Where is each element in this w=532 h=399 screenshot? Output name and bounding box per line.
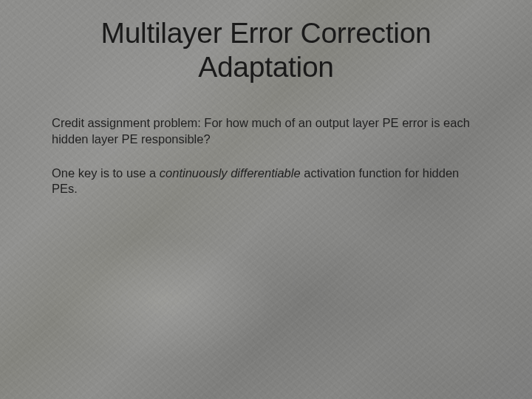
slide-title: Multilayer Error Correction Adaptation (47, 16, 485, 84)
paragraph-1: Credit assignment problem: For how much … (52, 115, 480, 148)
slide-body: Credit assignment problem: For how much … (47, 115, 485, 197)
title-line-2: Adaptation (198, 51, 334, 83)
p2-lead: One key is to use a (52, 166, 160, 180)
slide-content: Multilayer Error Correction Adaptation C… (0, 0, 532, 399)
p2-emphasis: continuously differentiable (160, 166, 301, 180)
paragraph-2: One key is to use a continuously differe… (52, 166, 480, 198)
title-line-1: Multilayer Error Correction (100, 17, 431, 49)
